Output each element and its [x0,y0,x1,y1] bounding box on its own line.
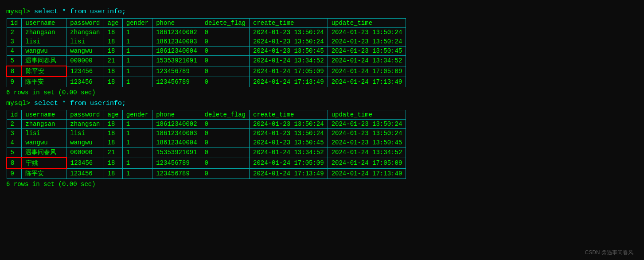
cell-phone: 15353921091 [152,147,201,158]
watermark: CSDN @遇事问春风ゞ [585,249,639,256]
prompt-line-1: mysql> select * from userinfo; [6,8,638,16]
cell-phone: 123456789 [152,168,201,179]
col-header-id: id [7,110,22,120]
cell-delete_flag: 0 [201,28,249,37]
cell-username: wangwu [22,138,66,147]
cell-update_time: 2024-01-23 13:50:45 [328,138,406,147]
cell-age: 18 [104,66,122,77]
cell-age: 18 [104,138,122,147]
cell-delete_flag: 0 [201,120,249,129]
cell-id: 2 [7,120,22,129]
table-row: 5 遇事问春风ゞ 000000 21 1 15353921091 0 2024-… [7,56,406,66]
cell-age: 18 [104,77,122,87]
col-header-phone: phone [152,19,201,28]
cell-gender: 1 [122,129,152,138]
cell-age: 21 [104,147,122,158]
col-header-update_time: update_time [328,110,406,120]
cell-create_time: 2024-01-24 13:34:52 [250,147,328,158]
table-row: 5 遇事问春风ゞ 000000 21 1 15353921091 0 2024-… [7,147,406,158]
cell-create_time: 2024-01-23 13:50:24 [250,120,328,129]
cell-phone: 18612340003 [152,129,201,138]
cell-username: 陈平安 [22,168,66,179]
cell-username: lisi [22,37,66,47]
table-row: 2 zhangsan zhangsan 18 1 18612340002 0 2… [7,28,406,37]
cell-create_time: 2024-01-23 13:50:24 [250,129,328,138]
result-count-1: 6 rows in set (0.00 sec) [6,89,638,96]
cell-username: lisi [22,129,66,138]
cell-password: 123456 [66,77,104,87]
col-header-age: age [104,19,122,28]
table-row: 3 lisi lisi 18 1 18612340003 0 2024-01-2… [7,37,406,47]
col-header-create_time: create_time [250,19,328,28]
cell-username: 陈平安 [22,66,66,77]
cell-id: 2 [7,28,22,37]
cell-update_time: 2024-01-23 13:50:45 [328,47,406,56]
col-header-gender: gender [122,19,152,28]
table-header-row: id username password age gender phone de… [7,19,406,28]
query-1: select * from userinfo; [30,8,126,16]
cell-id: 8 [7,66,22,77]
table-row: 8 宁姚 123456 18 1 123456789 0 2024-01-24 … [7,158,406,168]
col-header-update_time: update_time [328,19,406,28]
cell-gender: 1 [122,120,152,129]
cell-update_time: 2024-01-24 13:34:52 [328,56,406,66]
cell-phone: 123456789 [152,77,201,87]
cell-age: 18 [104,120,122,129]
cell-gender: 1 [122,147,152,158]
cell-create_time: 2024-01-24 17:13:49 [250,168,328,179]
cell-gender: 1 [122,168,152,179]
cell-create_time: 2024-01-23 13:50:24 [250,28,328,37]
cell-password: lisi [66,37,104,47]
cell-gender: 1 [122,77,152,87]
cell-username: zhangsan [22,120,66,129]
cell-id: 4 [7,47,22,56]
cell-update_time: 2024-01-24 17:13:49 [328,77,406,87]
cell-delete_flag: 0 [201,158,249,168]
cell-delete_flag: 0 [201,77,249,87]
result-table-1: id username password age gender phone de… [6,18,406,87]
result-table-2: id username password age gender phone de… [6,110,406,179]
prompt-line-2: mysql> select * from userinfo; [6,100,638,107]
cell-create_time: 2024-01-23 13:50:45 [250,47,328,56]
cell-age: 18 [104,47,122,56]
table-row: 4 wangwu wangwu 18 1 18612340004 0 2024-… [7,47,406,56]
cell-update_time: 2024-01-24 17:13:49 [328,168,406,179]
cell-update_time: 2024-01-23 13:50:24 [328,129,406,138]
query-2: select * from userinfo; [30,100,126,107]
cell-password: 123456 [66,168,104,179]
table-row: 9 陈平安 123456 18 1 123456789 0 2024-01-24… [7,168,406,179]
cell-delete_flag: 0 [201,37,249,47]
terminal: mysql> select * from userinfo; id userna… [6,8,638,188]
cell-gender: 1 [122,37,152,47]
cell-id: 5 [7,56,22,66]
col-header-username: username [22,110,66,120]
cell-id: 3 [7,129,22,138]
col-header-id: id [7,19,22,28]
cell-username: 遇事问春风ゞ [22,147,66,158]
cell-age: 18 [104,37,122,47]
cell-delete_flag: 0 [201,56,249,66]
cell-gender: 1 [122,56,152,66]
table-row: 8 陈平安 123456 18 1 123456789 0 2024-01-24… [7,66,406,77]
col-header-gender: gender [122,110,152,120]
cell-age: 18 [104,28,122,37]
cell-create_time: 2024-01-24 17:05:09 [250,158,328,168]
cell-id: 8 [7,158,22,168]
table-row: 2 zhangsan zhangsan 18 1 18612340002 0 2… [7,120,406,129]
col-header-delete_flag: delete_flag [201,110,249,120]
cell-phone: 18612340003 [152,37,201,47]
cell-password: wangwu [66,138,104,147]
col-header-password: password [66,110,104,120]
cell-update_time: 2024-01-23 13:50:24 [328,37,406,47]
cell-delete_flag: 0 [201,168,249,179]
cell-password: lisi [66,129,104,138]
cell-gender: 1 [122,28,152,37]
table-row: 9 陈平安 123456 18 1 123456789 0 2024-01-24… [7,77,406,87]
cell-delete_flag: 0 [201,138,249,147]
cell-password: zhangsan [66,28,104,37]
cell-gender: 1 [122,158,152,168]
cell-id: 5 [7,147,22,158]
table-row: 4 wangwu wangwu 18 1 18612340004 0 2024-… [7,138,406,147]
cell-age: 18 [104,129,122,138]
col-header-delete_flag: delete_flag [201,19,249,28]
